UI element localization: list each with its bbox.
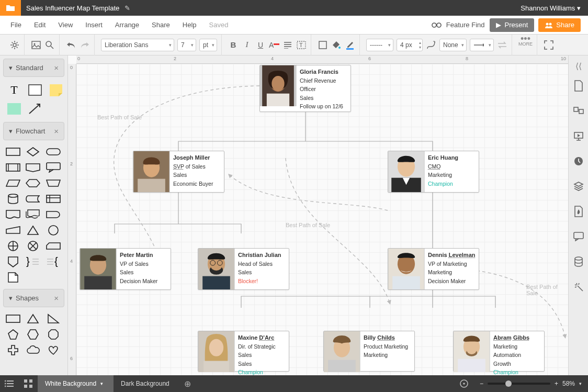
sh-hex[interactable] [25,328,41,341]
card-billy[interactable]: Billy ChildsProduct MarketingMarketing [323,331,415,372]
italic-icon[interactable]: I [242,40,252,50]
rename-icon[interactable]: ✎ [125,4,130,12]
undo-icon[interactable] [66,40,76,50]
tab-white[interactable]: White Background▾ [38,375,114,392]
fc-data[interactable] [5,177,21,189]
add-page-button[interactable]: ⊕ [180,379,196,389]
dock-drop-icon[interactable] [569,199,589,224]
dock-comment-icon[interactable] [569,98,589,124]
underline-icon[interactable]: U [255,40,266,50]
fc-extract[interactable] [25,224,41,237]
card-maxine[interactable]: Maxine D'ArcDir. of Strategic SalesSales… [198,331,289,372]
font-select[interactable]: Liberation Sans▾ [101,39,174,51]
menu-arrange[interactable]: Arrange [109,21,145,29]
align-icon[interactable] [282,40,293,50]
shape-fill-icon[interactable] [318,40,328,50]
font-size[interactable]: 7▾ [177,39,196,51]
line-width[interactable]: 4 px▴▾ [397,39,423,51]
zoom-slider[interactable] [488,383,550,385]
sh-pent[interactable] [5,328,21,341]
card-eric[interactable]: Eric HuangCMOMarketingChampion [388,151,479,193]
arrow-end[interactable]: ▾ [470,39,494,51]
fc-or[interactable] [25,240,41,252]
shape-fill[interactable] [5,101,23,117]
section-shapes[interactable]: ▾ Shapes× [3,289,64,307]
menu-view[interactable]: View [52,21,79,29]
redo-icon[interactable] [80,40,90,50]
dock-present-icon[interactable] [569,124,589,149]
dock-page-icon[interactable] [569,73,589,98]
settings-icon[interactable] [9,40,20,50]
menu-help[interactable]: Help [176,21,203,29]
fc-manual[interactable] [46,177,61,189]
dock-layers-icon[interactable] [569,174,589,199]
fc-process[interactable] [5,145,21,158]
sh-cross[interactable] [5,344,21,356]
sh-heart[interactable] [46,344,61,356]
fullscreen-icon[interactable] [544,40,554,50]
folder-icon[interactable] [0,0,21,16]
text-color-icon[interactable]: A [269,40,279,50]
canvas[interactable]: Best Path of Sale Best Path of Sale Best… [76,64,568,380]
user-menu[interactable]: Shannon Williams ▾ [513,4,588,12]
fc-sum[interactable] [5,240,21,252]
zoom-level[interactable]: 58% [562,380,575,387]
zoom-in[interactable]: + [555,380,558,387]
close-icon[interactable]: × [54,127,59,136]
swap-ends-icon[interactable] [497,40,507,50]
shape-text[interactable]: T [5,82,23,98]
image-icon[interactable] [31,40,41,50]
close-icon[interactable]: × [54,294,59,303]
arrow-start[interactable]: None▾ [439,39,467,51]
bold-icon[interactable]: B [228,40,239,50]
card-dennis[interactable]: Dennis LevelmanVP of MarketingMarketingD… [388,248,479,290]
present-button[interactable]: ▶ Present [490,18,534,32]
list-view-icon[interactable] [0,375,19,392]
search-icon[interactable] [44,40,55,50]
font-unit[interactable]: pt▾ [199,39,217,51]
fc-stored[interactable] [25,193,41,205]
fc-brace-r[interactable]: { [46,255,61,268]
fc-connector[interactable] [46,224,61,237]
dock-wand-icon[interactable] [569,274,589,299]
fc-offpage[interactable] [5,255,21,268]
feature-find[interactable]: Feature Find [432,21,485,29]
fc-db[interactable] [5,193,21,205]
close-icon[interactable]: × [54,63,59,72]
menu-insert[interactable]: Insert [79,21,109,29]
fc-delay[interactable] [46,208,61,221]
menu-edit[interactable]: Edit [28,21,52,29]
fc-display[interactable] [25,161,41,174]
line-style[interactable]: ------▾ [366,39,393,51]
dock-history-icon[interactable] [569,149,589,174]
sh-oct[interactable] [46,328,61,341]
sh-tri[interactable] [25,312,41,325]
section-flowchart[interactable]: ▾ Flowchart× [3,122,64,140]
zoom-out[interactable]: − [480,380,483,387]
fc-decision[interactable] [25,145,41,158]
line-path-icon[interactable] [426,40,436,50]
fc-terminator[interactable] [46,145,61,158]
sh-cloud[interactable] [25,344,41,356]
shape-arrow[interactable] [26,101,44,117]
collapse-dock-icon[interactable]: ⟨⟨ [569,59,588,73]
fc-doc[interactable] [5,208,21,221]
card-peter[interactable]: Peter MartinVP of SalesSalesDecision Mak… [80,248,171,290]
fc-brace-l[interactable]: } [25,255,41,268]
card-joseph[interactable]: Joseph MillerSVP of SalesSalesEconomic B… [133,151,224,193]
text-box-icon[interactable]: T [296,40,307,50]
card-abram[interactable]: Abram GibbsMarketing AutomationGrowthCha… [453,331,545,372]
menu-share[interactable]: Share [145,21,176,29]
target-icon[interactable] [455,375,473,392]
paint-icon[interactable] [331,40,342,50]
fc-note[interactable] [5,271,21,284]
menu-file[interactable]: File [4,21,28,29]
sh-rtri[interactable] [46,312,61,325]
tab-dark[interactable]: Dark Background [114,375,180,392]
dock-data-icon[interactable] [569,249,589,274]
shape-sticky[interactable] [47,82,65,98]
dock-chat-icon[interactable] [569,224,589,249]
fc-hex[interactable] [25,177,41,189]
fc-predef[interactable] [5,161,21,174]
card-gloria[interactable]: Gloria FrancisChief Revenue OfficerSales… [259,65,351,112]
